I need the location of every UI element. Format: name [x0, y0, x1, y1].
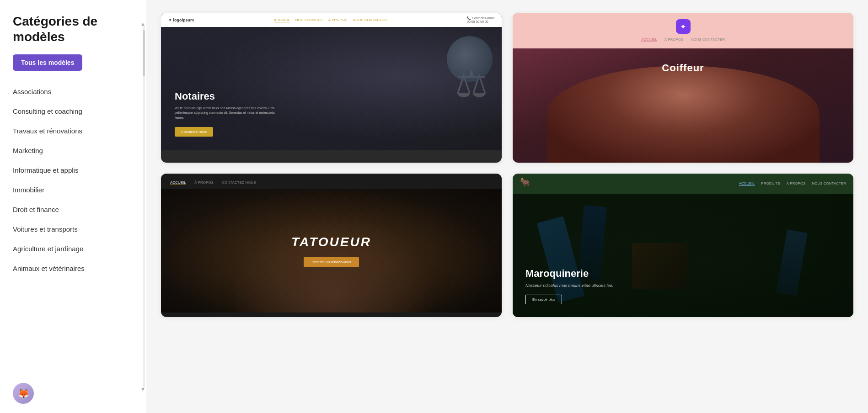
coiffeur-person-decoration	[547, 66, 820, 163]
card-coiffeur-body: Coiffeur	[513, 48, 853, 163]
card-notaires-body: Notaires Vel te pis nunc egis lorem dolo…	[161, 27, 502, 150]
tatoueur-title: TATOUEUR	[291, 235, 371, 249]
page-title: Catégories de modèles	[13, 14, 135, 44]
notaires-nav-contact[interactable]: NOUS CONTACTER	[353, 18, 387, 22]
notaires-nav-accueil[interactable]: ACCUEIL	[274, 18, 290, 22]
card-tatoueur-header: ACCUEIL À PROPOS CONTACTEZ-NOUS	[161, 174, 502, 189]
templates-grid: ✦ logoipsum ACCUEIL NOS SERVICES À PROPO…	[161, 13, 853, 317]
coiffeur-logo-icon: ✦	[676, 19, 691, 34]
sidebar-item-marketing[interactable]: Marketing	[13, 141, 135, 160]
scroll-arrow-down-icon[interactable]: ▼	[140, 387, 145, 392]
sidebar-bottom: 🦊	[13, 376, 135, 404]
tatoueur-nav-apropos[interactable]: À PROPOS	[194, 180, 214, 185]
maroq-nav-apropos[interactable]: À PROPOS	[787, 181, 806, 186]
notaires-description: Vel te pis nunc egis lorem dolor sed Mas…	[175, 106, 284, 121]
coiffeur-nav-apropos[interactable]: À PROPOS	[664, 37, 684, 42]
maroquinerie-bull-icon: 🐂	[520, 177, 533, 190]
maroq-nav-contact[interactable]: NOUS CONTACTER	[812, 181, 846, 186]
maroq-nav-produits[interactable]: PRODUITS	[761, 181, 780, 186]
notaires-logo: ✦ logoipsum	[168, 18, 194, 22]
globe-decoration	[447, 36, 493, 82]
all-models-button[interactable]: Tous les modèles	[13, 54, 82, 71]
maroquinerie-title: Maroquinerie	[525, 268, 841, 280]
sidebar-item-agriculture[interactable]: Agriculture et jardinage	[13, 239, 135, 259]
notaires-nav-apropos[interactable]: À PROPOS	[328, 18, 348, 22]
tatoueur-cta-button[interactable]: Prendre un rendez-vous	[304, 257, 359, 267]
coiffeur-title: Coiffeur	[513, 62, 853, 74]
scroll-arrow-up-icon[interactable]: ▲	[140, 21, 145, 26]
maroq-nav-accueil[interactable]: ACCUEIL	[739, 181, 755, 186]
scrollbar[interactable]	[143, 25, 145, 388]
tatoueur-text-block: TATOUEUR Prendre un rendez-vous	[291, 235, 371, 267]
card-tatoueur-body: TATOUEUR Prendre un rendez-vous	[161, 189, 502, 312]
coiffeur-nav: ACCUEIL À PROPOS NOUS CONTACTER	[641, 37, 725, 42]
card-notaires-header: ✦ logoipsum ACCUEIL NOS SERVICES À PROPO…	[161, 13, 502, 27]
sidebar-item-travaux[interactable]: Travaux et rénovations	[13, 121, 135, 141]
sidebar-item-immobilier[interactable]: Immobilier	[13, 180, 135, 200]
main-content: ✦ logoipsum ACCUEIL NOS SERVICES À PROPO…	[146, 0, 868, 413]
maroquinerie-cta-button[interactable]: En savoir plus	[525, 295, 562, 304]
notaires-nav-services[interactable]: NOS SERVICES	[295, 18, 323, 22]
tatoueur-nav-contact[interactable]: CONTACTEZ-NOUS	[222, 180, 256, 185]
template-card-tatoueur[interactable]: ACCUEIL À PROPOS CONTACTEZ-NOUS TATOUEUR…	[161, 174, 502, 317]
card-coiffeur-header: ✦ ACCUEIL À PROPOS NOUS CONTACTER	[513, 13, 853, 48]
notaires-cta-button[interactable]: Contactez-nous	[175, 127, 213, 137]
sidebar-item-informatique[interactable]: Informatique et applis	[13, 160, 135, 180]
template-card-notaires[interactable]: ✦ logoipsum ACCUEIL NOS SERVICES À PROPO…	[161, 13, 502, 163]
maroquinerie-description: Nascetur ridiculus mus mauris vitae ultr…	[525, 283, 841, 288]
notaires-text-block: Notaires Vel te pis nunc egis lorem dolo…	[175, 90, 284, 137]
category-nav: AssociationsConsulting et coachingTravau…	[13, 82, 135, 376]
notaires-phone: 📞 Contactez-nous 00 00 00 00 00	[467, 16, 494, 23]
maroquinerie-text-block: Maroquinerie Nascetur ridiculus mus maur…	[525, 268, 841, 304]
notaires-title: Notaires	[175, 90, 284, 102]
template-card-maroquinerie[interactable]: 🐂 ACCUEIL PRODUITS À PROPOS NOUS CONTACT…	[513, 174, 853, 317]
maroquinerie-nav: ACCUEIL PRODUITS À PROPOS NOUS CONTACTER	[739, 181, 846, 186]
avatar: 🦊	[13, 383, 34, 404]
sidebar-item-consulting[interactable]: Consulting et coaching	[13, 101, 135, 121]
coiffeur-nav-contact[interactable]: NOUS CONTACTER	[691, 37, 725, 42]
notaires-nav: ACCUEIL NOS SERVICES À PROPOS NOUS CONTA…	[274, 18, 387, 22]
sidebar-item-droit[interactable]: Droit et finance	[13, 200, 135, 219]
tatoueur-nav: ACCUEIL À PROPOS CONTACTEZ-NOUS	[170, 177, 262, 185]
sidebar-item-associations[interactable]: Associations	[13, 82, 135, 101]
sidebar-item-animaux[interactable]: Animaux et vétérinaires	[13, 259, 135, 278]
card-maroquinerie-body: Maroquinerie Nascetur ridiculus mus maur…	[513, 194, 853, 317]
scroll-thumb[interactable]	[143, 30, 145, 76]
card-maroquinerie-header: 🐂 ACCUEIL PRODUITS À PROPOS NOUS CONTACT…	[513, 174, 853, 194]
sidebar: Catégories de modèles Tous les modèles A…	[0, 0, 146, 413]
template-card-coiffeur[interactable]: ✦ ACCUEIL À PROPOS NOUS CONTACTER Coiffe…	[513, 13, 853, 163]
scroll-track	[143, 25, 145, 388]
sidebar-item-voitures[interactable]: Voitures et transports	[13, 219, 135, 239]
tatoueur-nav-accueil[interactable]: ACCUEIL	[170, 180, 186, 185]
coiffeur-nav-accueil[interactable]: ACCUEIL	[641, 37, 657, 42]
